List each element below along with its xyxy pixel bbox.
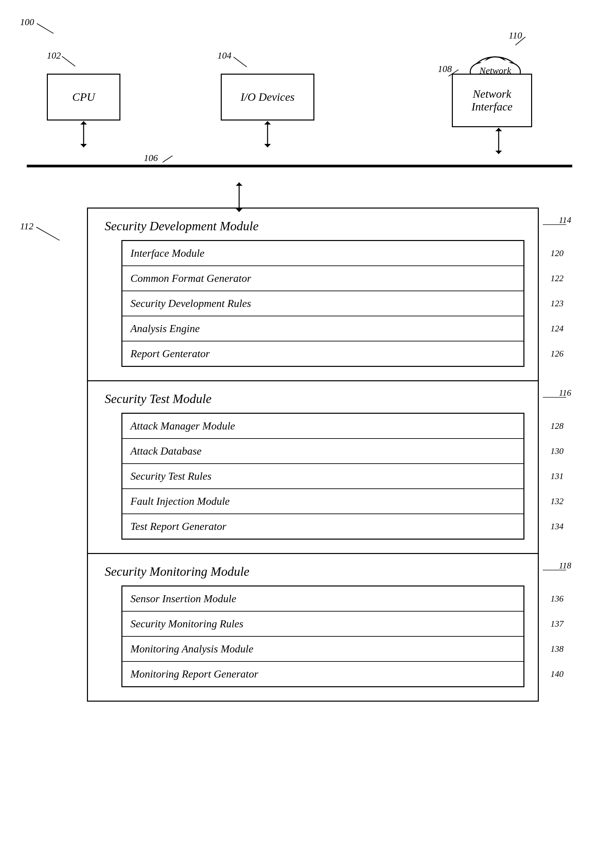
ref-122: 122	[551, 273, 564, 284]
dev-row-rules: Security Development Rules 123	[122, 291, 524, 316]
hardware-section: 102 CPU 104	[27, 40, 572, 181]
ref-106: 106	[144, 152, 158, 163]
ref-120: 120	[551, 248, 564, 258]
mon-module-title: Security Monitoring Module	[101, 564, 524, 579]
security-system-box: 114 Security Development Module Interfac…	[87, 208, 539, 702]
ref-102: 102	[47, 50, 61, 61]
svg-marker-5	[80, 121, 87, 125]
ref-134: 134	[551, 522, 564, 531]
test-row-attack-mgr: Attack Manager Module 128	[122, 414, 524, 439]
ref-100-arrow	[37, 23, 57, 37]
mon-row-report: Monitoring Report Generator 140	[122, 662, 524, 686]
svg-line-7	[233, 57, 247, 67]
io-box: I/O Devices	[221, 74, 315, 121]
svg-marker-10	[264, 144, 271, 147]
ref-137: 137	[551, 619, 564, 629]
diagram-container: 100 102 CPU 10	[0, 0, 599, 868]
test-row-report: Test Report Generator 134	[122, 514, 524, 539]
ref-124: 124	[551, 324, 564, 334]
svg-marker-9	[264, 121, 271, 125]
security-dev-module-section: 114 Security Development Module Interfac…	[88, 208, 538, 381]
dev-row-report: Report Genterator 126	[122, 341, 524, 366]
test-row-fault: Fault Injection Module 132	[122, 489, 524, 514]
ref-131: 131	[551, 471, 564, 482]
ref-118-line	[543, 567, 570, 574]
ref-136: 136	[551, 594, 564, 604]
ni-label: Network Interface	[471, 88, 513, 113]
dev-module-title: Security Development Module	[101, 219, 524, 233]
ref-106-line	[163, 155, 176, 166]
ref-104-line	[233, 57, 250, 69]
ref-112-line	[36, 227, 63, 244]
io-label: I/O Devices	[241, 91, 294, 103]
dev-inner-box: Interface Module 120 Common Format Gener…	[121, 240, 524, 367]
security-mon-module-section: 118 Security Monitoring Module Sensor In…	[88, 554, 538, 700]
dev-row-interface: Interface Module 120	[122, 241, 524, 266]
svg-marker-27	[495, 151, 502, 154]
svg-marker-6	[80, 144, 87, 147]
io-arrow	[263, 121, 272, 148]
svg-line-28	[163, 155, 173, 162]
ref-126: 126	[551, 349, 564, 359]
ref-140: 140	[551, 669, 564, 679]
mon-row-analysis: Monitoring Analysis Module 138	[122, 637, 524, 662]
dev-row-analysis: Analysis Engine 124	[122, 316, 524, 341]
security-test-module-section: 116 Security Test Module Attack Manager …	[88, 381, 538, 554]
ref-102-line	[62, 56, 78, 69]
ref-138: 138	[551, 644, 564, 654]
ref-100: 100	[20, 17, 34, 27]
test-module-title: Security Test Module	[101, 391, 524, 406]
mon-inner-box: Sensor Insertion Module 136 Security Mon…	[121, 586, 524, 687]
svg-line-1	[62, 56, 75, 66]
test-inner-box: Attack Manager Module 128 Attack Databas…	[121, 413, 524, 540]
test-row-attack-db: Attack Database 130	[122, 439, 524, 464]
ni-arrow	[494, 128, 504, 155]
dev-row-cfgen: Common Format Generator 122	[122, 266, 524, 291]
ref-123: 123	[551, 299, 564, 309]
cpu-label: CPU	[72, 91, 95, 103]
network-interface-box: Network Interface	[452, 74, 532, 127]
cpu-box: CPU	[47, 74, 120, 121]
mon-row-sensor: Sensor Insertion Module 136	[122, 586, 524, 611]
ref-112: 112	[20, 221, 33, 232]
svg-marker-26	[495, 128, 502, 131]
svg-marker-30	[236, 183, 242, 186]
ref-116-line	[543, 394, 570, 401]
cpu-arrow	[78, 121, 89, 148]
ref-128: 128	[551, 421, 564, 431]
bus-line	[27, 165, 572, 168]
svg-line-0	[37, 23, 54, 33]
mon-row-rules: Security Monitoring Rules 137	[122, 611, 524, 637]
test-row-rules: Security Test Rules 131	[122, 464, 524, 489]
ref-130: 130	[551, 446, 564, 456]
ref-132: 132	[551, 497, 564, 506]
ref-104: 104	[217, 50, 232, 61]
svg-line-32	[36, 227, 60, 240]
ref-114-line	[543, 221, 570, 228]
